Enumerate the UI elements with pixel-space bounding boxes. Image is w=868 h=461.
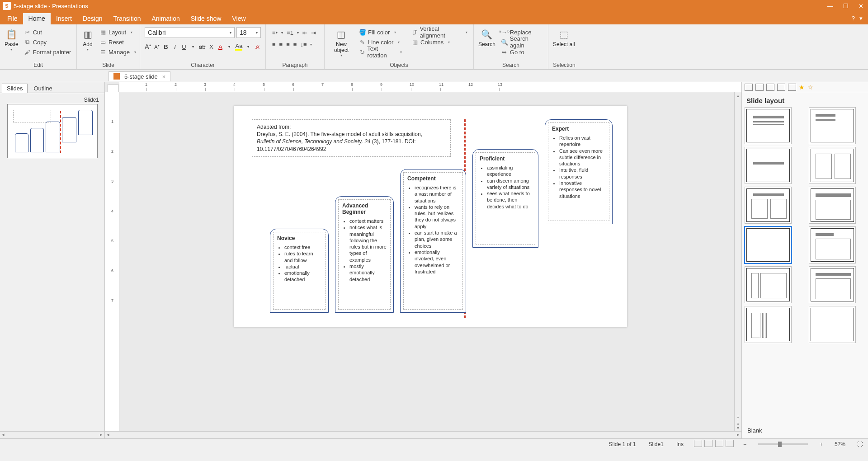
slides-panel-tab-outline[interactable]: Outline: [28, 84, 57, 93]
layout-option-9[interactable]: [811, 268, 854, 301]
chevron-down-icon[interactable]: ▾: [245, 45, 251, 49]
qat-open-icon[interactable]: 📂: [35, 72, 42, 79]
slide-reset-button[interactable]: ▭Reset: [98, 37, 141, 47]
layout-option-0[interactable]: [746, 109, 790, 142]
font-family-combo[interactable]: Calibri▾: [145, 27, 235, 38]
strike-button[interactable]: ab: [199, 43, 205, 50]
zoom-in-button[interactable]: +: [818, 441, 825, 447]
format-painter-button[interactable]: 🖌Format painter: [22, 47, 73, 57]
layout-option-7[interactable]: [811, 228, 854, 262]
fill-color-button[interactable]: 🪣Fill color▾: [357, 27, 406, 37]
qat-undo-icon[interactable]: ↶: [69, 72, 74, 79]
bullets-button[interactable]: ≡•: [272, 29, 278, 36]
layout-view-2-icon[interactable]: [755, 84, 764, 91]
stage-card-proficient[interactable]: Proficientassimilating experiencecan dis…: [472, 149, 538, 248]
layout-option-2[interactable]: [746, 149, 790, 182]
slide-manage-button[interactable]: ☰Manage▾: [98, 47, 141, 57]
layout-option-3[interactable]: [811, 149, 854, 182]
copy-button[interactable]: ⧉Copy: [22, 37, 73, 47]
italic-button[interactable]: I: [172, 43, 178, 50]
qat-redo-icon[interactable]: ↷: [81, 72, 86, 79]
chevron-down-icon[interactable]: ▾: [281, 31, 283, 35]
qat-new-icon[interactable]: ▾: [24, 72, 27, 79]
zoom-fit-button[interactable]: ⛶: [855, 441, 864, 447]
layout-option-10[interactable]: [746, 308, 790, 341]
qat-dd-icon[interactable]: ▾: [77, 74, 79, 78]
font-size-combo[interactable]: 18▾: [236, 27, 261, 38]
vertical-alignment-button[interactable]: ⇵Vertical alignment▾: [410, 27, 472, 37]
view-sorter-button[interactable]: [704, 440, 712, 447]
layout-option-11[interactable]: [811, 308, 854, 341]
view-outline-button[interactable]: [715, 440, 723, 447]
numbering-button[interactable]: ≡1: [287, 29, 293, 36]
star-filled-icon[interactable]: ★: [799, 84, 805, 91]
cut-button[interactable]: ✂Cut: [22, 27, 73, 37]
layout-option-4[interactable]: [746, 188, 790, 222]
zoom-out-button[interactable]: −: [741, 441, 748, 447]
adapted-from-box[interactable]: Adapted from: Dreyfus, S. E. (2004). The…: [252, 119, 451, 157]
search-again-button[interactable]: 🔍Search again: [499, 37, 546, 47]
stage-card-expert[interactable]: ExpertRelies on vast repertoireCan see e…: [545, 119, 613, 224]
columns-button[interactable]: ▥Columns▾: [410, 37, 472, 47]
view-show-button[interactable]: [726, 440, 734, 447]
chevron-down-icon[interactable]: ▾: [190, 45, 196, 49]
menu-tab-view[interactable]: View: [226, 13, 251, 24]
bold-button[interactable]: B: [163, 43, 169, 50]
add-slide-button[interactable]: ▥ Add ▾: [79, 27, 97, 52]
slide-canvas[interactable]: Adapted from: Dreyfus, S. E. (2004). The…: [234, 106, 627, 327]
indent-button[interactable]: ⇥: [311, 29, 316, 36]
slides-panel-tab-slides[interactable]: Slides: [2, 84, 28, 93]
stage-card-advanced-beginner[interactable]: Advanced Beginnercontext mattersnotices …: [335, 196, 394, 313]
status-zoom-value[interactable]: 57%: [832, 441, 848, 447]
menu-tab-animation[interactable]: Animation: [146, 13, 185, 24]
editor-horizontal-scrollbar[interactable]: ◂▸: [105, 431, 741, 438]
slides-panel-scrollbar[interactable]: ◂▸: [0, 431, 104, 438]
highlight-button[interactable]: Aa: [235, 42, 242, 51]
zoom-slider[interactable]: [758, 443, 808, 445]
layout-view-3-icon[interactable]: [766, 84, 774, 91]
chevron-down-icon[interactable]: ▾: [297, 31, 299, 35]
superscript-button[interactable]: X: [208, 43, 214, 50]
align-right-button[interactable]: ≡: [286, 41, 290, 48]
select-all-button[interactable]: ⬚ Select all: [550, 27, 578, 48]
menu-dropdown-button[interactable]: ▾: [859, 15, 863, 22]
text-rotation-button[interactable]: ↻Text rotation▾: [357, 47, 406, 57]
editor-vertical-scrollbar[interactable]: ▴ ⭱ ⭳ ▾: [734, 92, 741, 431]
help-button[interactable]: ?: [852, 15, 855, 22]
line-spacing-button[interactable]: ↕≡: [300, 41, 307, 48]
layout-option-6[interactable]: [746, 228, 790, 262]
qat-save-icon[interactable]: 💾: [54, 72, 61, 79]
align-center-button[interactable]: ≡: [279, 41, 283, 48]
document-tab[interactable]: 5-stage slide ×: [108, 71, 170, 81]
menu-tab-insert[interactable]: Insert: [51, 13, 77, 24]
qat-dd-icon[interactable]: ▾: [45, 74, 47, 78]
layout-option-8[interactable]: [746, 268, 790, 301]
view-normal-button[interactable]: [694, 440, 702, 447]
layout-view-1-icon[interactable]: [745, 84, 753, 91]
qat-menu-icon[interactable]: ≡: [3, 72, 6, 79]
shrink-font-button[interactable]: A▾: [154, 43, 160, 50]
qat-dd-icon[interactable]: ▾: [89, 74, 91, 78]
stage-card-competent[interactable]: Competentrecognizes there is a vast numb…: [400, 169, 466, 313]
grow-font-button[interactable]: A▴: [145, 43, 151, 50]
menu-tab-slide-show[interactable]: Slide show: [185, 13, 227, 24]
prev-slide-icon[interactable]: ⭱: [736, 415, 741, 420]
goto-button[interactable]: ➥Go to: [499, 47, 546, 57]
vertical-ruler[interactable]: 1234567: [105, 92, 119, 431]
next-slide-icon[interactable]: ⭳: [736, 420, 741, 425]
menu-tab-file[interactable]: File: [2, 13, 23, 24]
minimize-button[interactable]: —: [826, 3, 835, 9]
layout-option-5[interactable]: [811, 188, 854, 222]
new-object-button[interactable]: ◫ New object ▾: [326, 27, 356, 58]
slide-layout-button[interactable]: ▦Layout▾: [98, 27, 141, 37]
slide-thumbnail[interactable]: [7, 104, 98, 158]
close-button[interactable]: ✕: [857, 3, 865, 9]
close-tab-button[interactable]: ×: [162, 73, 166, 80]
menu-tab-home[interactable]: Home: [23, 13, 51, 24]
star-outline-icon[interactable]: ☆: [807, 84, 813, 91]
align-left-button[interactable]: ≡: [272, 41, 276, 48]
qat-pin-icon[interactable]: 📌: [9, 72, 16, 79]
chevron-down-icon[interactable]: ▾: [226, 45, 232, 49]
layout-option-1[interactable]: [811, 109, 854, 142]
outdent-button[interactable]: ⇤: [302, 29, 307, 36]
